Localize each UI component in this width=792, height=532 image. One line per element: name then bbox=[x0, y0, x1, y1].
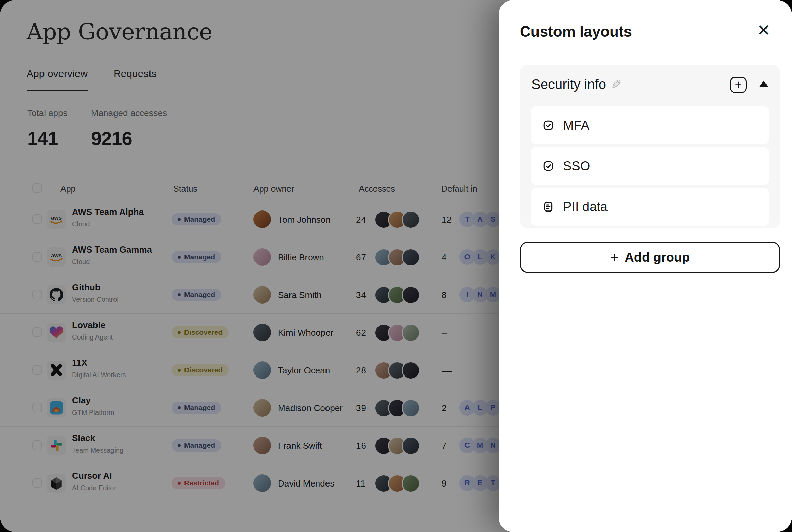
layout-item-pii-data[interactable]: PII data bbox=[531, 188, 769, 226]
checkbox-check-icon bbox=[543, 160, 554, 172]
add-group-label: Add group bbox=[624, 250, 690, 265]
custom-layouts-panel: Custom layouts ✕ Security info ✎ + MFA S… bbox=[499, 0, 792, 532]
layout-item-label: MFA bbox=[563, 118, 589, 133]
add-field-button[interactable]: + bbox=[730, 77, 747, 93]
layout-group-card: Security info ✎ + MFA SSO bbox=[520, 65, 780, 228]
layout-item-label: PII data bbox=[563, 200, 608, 214]
close-icon[interactable]: ✕ bbox=[757, 22, 770, 38]
edit-pencil-icon[interactable]: ✎ bbox=[608, 79, 623, 90]
checkbox-check-icon bbox=[543, 120, 554, 131]
group-header: Security info ✎ + bbox=[520, 65, 780, 106]
panel-title: Custom layouts bbox=[520, 23, 632, 40]
add-group-button[interactable]: + Add group bbox=[520, 242, 780, 273]
app-window: App Governance App overview Requests Tot… bbox=[0, 0, 792, 532]
layout-item-sso[interactable]: SSO bbox=[531, 147, 769, 185]
group-name: Security info bbox=[531, 77, 606, 92]
layout-item-label: SSO bbox=[563, 159, 590, 173]
document-lines-icon bbox=[543, 201, 554, 213]
collapse-triangle-icon[interactable] bbox=[759, 81, 769, 87]
plus-icon: + bbox=[610, 249, 619, 265]
layout-item-mfa[interactable]: MFA bbox=[531, 106, 769, 144]
